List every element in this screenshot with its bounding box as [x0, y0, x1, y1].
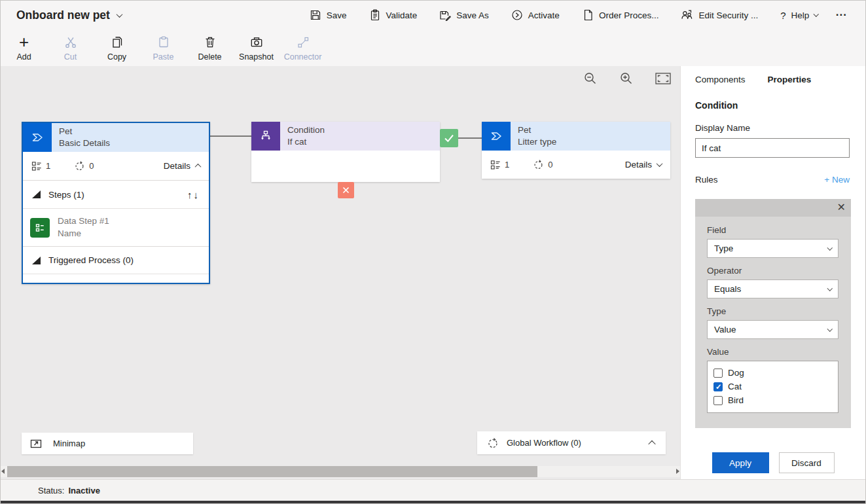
scroll-left-arrow[interactable] [1, 469, 5, 474]
tab-properties[interactable]: Properties [768, 75, 812, 86]
status-value: Inactive [68, 486, 99, 495]
operator-select[interactable]: Equals [707, 279, 839, 298]
tab-components[interactable]: Components [695, 75, 746, 86]
scroll-right-arrow[interactable] [676, 469, 679, 474]
command-bar: Save Validate Save As Activate Order Pro… [298, 5, 856, 25]
type-label: Type [707, 306, 839, 316]
stage-node-basic-details[interactable]: Pet Basic Details 1 0 Details [22, 122, 210, 284]
checkbox[interactable] [713, 369, 723, 378]
node-entity: Pet [518, 124, 663, 136]
reorder-steps-control[interactable]: ↑↓ [187, 189, 200, 200]
steps-count-value: 1 [505, 160, 509, 170]
type-select[interactable]: Value [707, 320, 839, 339]
chevron-down-icon [657, 160, 663, 167]
fit-to-canvas-button[interactable] [655, 73, 671, 84]
checkbox[interactable] [713, 396, 723, 405]
apply-button[interactable]: Apply [712, 452, 769, 473]
help-menu[interactable]: ? Help [769, 6, 829, 25]
details-toggle[interactable]: Details [164, 161, 200, 171]
plus-icon: + [19, 33, 29, 50]
copy-icon [111, 33, 124, 50]
condition-node-body [251, 151, 440, 182]
refresh-dashed-icon [74, 160, 85, 171]
activate-button[interactable]: Activate [500, 5, 571, 25]
paste-label: Paste [153, 52, 174, 62]
triggered-process-section-header[interactable]: Triggered Process (0) [23, 246, 209, 274]
properties-panel: Components Properties Condition Display … [680, 66, 865, 479]
save-as-icon [439, 9, 451, 21]
edit-security-roles-button[interactable]: Edit Security ... [670, 5, 769, 25]
order-process-flow-button[interactable]: Order Proces... [571, 5, 670, 25]
move-up-icon[interactable]: ↑ [187, 189, 194, 200]
check-icon [440, 129, 458, 147]
data-step-item[interactable]: Data Step #1 Name [23, 208, 209, 246]
minimap-toggle[interactable]: Minimap [22, 433, 193, 454]
condition-node-if-cat[interactable]: Condition If cat [251, 122, 440, 182]
ellipsis-icon: ... [836, 6, 847, 19]
process-title[interactable]: Onboard new pet [16, 9, 122, 22]
value-option-bird[interactable]: Bird [713, 393, 832, 407]
data-step-field: Name [58, 228, 109, 240]
stage-node-litter-type[interactable]: Pet Litter type 1 0 Details [482, 122, 670, 179]
steps-icon [31, 161, 42, 171]
new-rule-link[interactable]: + New [824, 175, 850, 185]
chevron-up-icon [648, 440, 655, 447]
collapse-triangle-icon [32, 190, 41, 198]
display-name-input[interactable] [695, 138, 850, 158]
horizontal-scrollbar[interactable] [1, 466, 680, 477]
steps-section-header[interactable]: Steps (1) ↑↓ [23, 180, 209, 208]
connector-button[interactable]: Connector [280, 33, 326, 62]
copy-button[interactable]: Copy [94, 33, 140, 62]
cut-button[interactable]: Cut [47, 33, 94, 62]
more-commands-button[interactable]: ... [829, 6, 856, 24]
scrollbar-thumb[interactable] [7, 466, 537, 477]
edit-toolbar: + Add Cut Copy Paste Delete Snapshot Con… [1, 29, 865, 66]
add-button[interactable]: + Add [1, 33, 47, 62]
zoom-out-button[interactable] [583, 71, 598, 86]
flow-canvas[interactable]: Pet Basic Details 1 0 Details [1, 66, 680, 479]
main-area: Pet Basic Details 1 0 Details [1, 66, 865, 479]
condition-no-branch[interactable] [338, 182, 354, 198]
copy-label: Copy [107, 52, 126, 62]
field-select[interactable]: Type [707, 239, 839, 258]
close-icon[interactable]: ✕ [837, 201, 846, 214]
discard-button[interactable]: Discard [779, 452, 835, 473]
value-option-cat[interactable]: Cat [713, 380, 832, 393]
delete-button[interactable]: Delete [187, 33, 233, 62]
minimap-label: Minimap [53, 439, 85, 448]
order-process-label: Order Proces... [599, 10, 659, 20]
chevron-down-icon [827, 285, 832, 291]
stage-icon [23, 123, 52, 152]
snapshot-button[interactable]: Snapshot [233, 33, 280, 62]
details-label: Details [164, 161, 190, 171]
document-icon [582, 9, 594, 21]
save-button[interactable]: Save [298, 5, 358, 25]
x-icon [338, 182, 354, 198]
activate-icon [511, 9, 523, 21]
validate-button[interactable]: Validate [358, 5, 429, 25]
snapshot-label: Snapshot [239, 52, 274, 62]
global-workflow-bar[interactable]: Global Workflow (0) [477, 431, 666, 454]
global-workflow-label: Global Workflow (0) [507, 438, 581, 448]
value-option-dog[interactable]: Dog [713, 366, 832, 380]
data-step-icon [30, 218, 50, 238]
checkbox[interactable] [713, 382, 723, 391]
connector-line [210, 135, 251, 137]
move-down-icon[interactable]: ↓ [194, 189, 200, 200]
save-as-label: Save As [456, 10, 489, 20]
condition-yes-branch[interactable] [440, 129, 458, 147]
save-as-button[interactable]: Save As [428, 5, 500, 25]
delete-label: Delete [198, 52, 221, 62]
chevron-down-icon [116, 11, 122, 18]
global-workflow-collapse[interactable] [649, 441, 656, 446]
triggered-process-label: Triggered Process (0) [48, 255, 134, 265]
field-label: Field [707, 225, 839, 235]
zoom-in-button[interactable] [619, 71, 634, 86]
paste-button[interactable]: Paste [140, 33, 187, 62]
chevron-down-icon [827, 326, 832, 331]
operator-value: Equals [714, 284, 741, 294]
details-toggle[interactable]: Details [625, 160, 662, 170]
status-label: Status: [38, 486, 64, 495]
process-count-value: 0 [548, 160, 552, 170]
option-label: Dog [728, 368, 744, 378]
